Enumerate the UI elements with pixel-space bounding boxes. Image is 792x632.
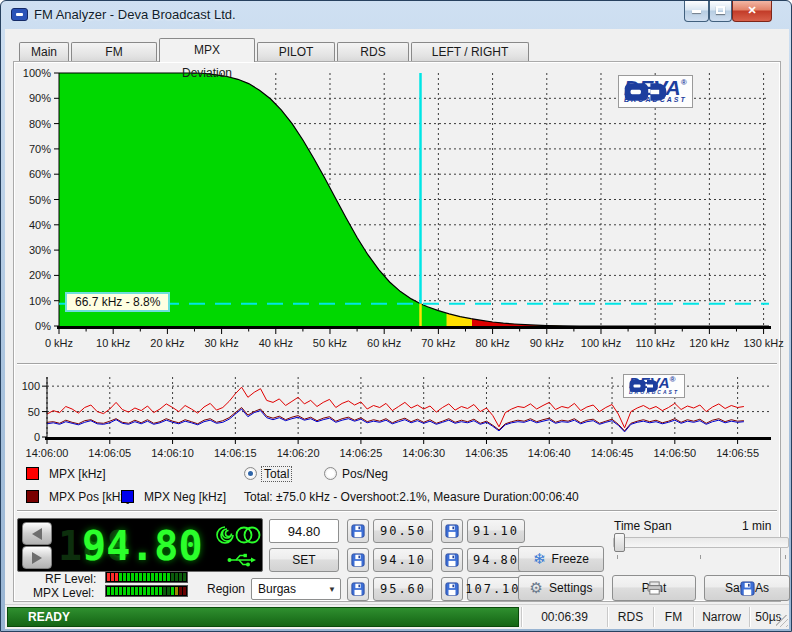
radio-total[interactable] <box>244 467 257 480</box>
tab-main[interactable]: Main <box>19 42 69 62</box>
x-tick-label: 70 kHz <box>421 337 455 349</box>
time-span-slider-thumb[interactable] <box>614 533 625 552</box>
meter-segment <box>151 573 154 581</box>
save-as-button[interactable]: Save As <box>704 575 790 601</box>
tab-mpx-deviation[interactable]: MPX Deviation <box>159 38 255 62</box>
gear-icon: ⚙ <box>530 579 543 597</box>
resize-grip[interactable] <box>776 615 788 627</box>
meter-segment <box>183 587 186 595</box>
save-preset-button[interactable] <box>347 548 369 572</box>
preset-button-6[interactable]: 107.10▼ <box>467 577 525 601</box>
meter-segment <box>155 587 158 595</box>
deva-logo: DEVA® BROADCAST <box>618 75 693 108</box>
preset-button-4[interactable]: 94.80 <box>467 548 525 572</box>
meter-segment <box>171 587 174 595</box>
status-fm: FM <box>653 607 693 627</box>
meter-segment <box>107 573 110 581</box>
tab-pilot-level[interactable]: PILOT Level <box>257 42 335 62</box>
save-preset-button[interactable] <box>347 519 369 543</box>
x-tick-label: 110 kHz <box>635 337 675 349</box>
maximize-button[interactable] <box>709 1 732 22</box>
chevron-down-icon: ▼ <box>324 585 340 594</box>
meter-segment <box>163 573 166 581</box>
meter-segment <box>139 573 142 581</box>
print-button[interactable]: Print <box>612 575 696 601</box>
preset-button-1[interactable]: 90.50 <box>373 519 433 543</box>
meter-segment <box>123 587 126 595</box>
y-tick-label: 80% <box>29 118 51 130</box>
printer-icon <box>647 581 662 595</box>
save-preset-button[interactable] <box>441 577 463 601</box>
meter-segment <box>155 573 158 581</box>
meter-segment <box>131 587 134 595</box>
x-tick-label: 14:06:20 <box>277 447 320 459</box>
meter-segment <box>139 587 142 595</box>
x-tick-label: 20 kHz <box>150 337 184 349</box>
tab-fm-spectrum[interactable]: FM Spectrum <box>71 42 157 62</box>
x-tick-label: 14:06:25 <box>339 447 382 459</box>
meter-segment <box>179 587 182 595</box>
x-tick-label: 120 kHz <box>689 337 729 349</box>
y-tick-label: 100% <box>23 67 51 79</box>
x-tick-label: 130 kHz <box>743 337 783 349</box>
y-tick-label: 40% <box>29 219 51 231</box>
title-bar[interactable]: FM Analyzer - Deva Broadcast Ltd. ✕ <box>1 1 792 29</box>
y-tick-label: 50% <box>29 194 51 206</box>
floppy-disk-icon <box>445 582 459 596</box>
y-tick-label: 60% <box>29 168 51 180</box>
preset-button-2[interactable]: 91.10 <box>467 519 525 543</box>
time-span-slider[interactable] <box>613 537 789 548</box>
snowflake-icon: ❄ <box>533 550 546 568</box>
status-rds: RDS <box>607 607 653 627</box>
floppy-disk-icon <box>351 553 365 567</box>
deviation-distribution-chart[interactable]: 0 kHz10 kHz20 kHz30 kHz40 kHz50 kHz60 kH… <box>21 65 777 365</box>
radio-total-label[interactable]: Total <box>262 467 291 481</box>
region-combobox[interactable]: Burgas ▼ <box>251 578 341 600</box>
save-preset-button[interactable] <box>441 548 463 572</box>
tab-left-right-level[interactable]: LEFT / RIGHT Level <box>411 42 529 62</box>
x-tick-label: 14:06:35 <box>465 447 508 459</box>
save-preset-button[interactable] <box>441 519 463 543</box>
settings-button[interactable]: ⚙ Settings <box>518 575 604 601</box>
deva-logo-small: DEVA® BROADCAST <box>623 374 685 398</box>
x-tick-label: 80 kHz <box>475 337 509 349</box>
floppy-disk-icon <box>740 581 755 596</box>
tab-rds-level[interactable]: RDS Level <box>337 42 409 62</box>
meter-segment <box>167 587 170 595</box>
fm-analyzer-window: FM Analyzer - Deva Broadcast Ltd. ✕ Main… <box>0 0 792 632</box>
meter-segment <box>175 587 178 595</box>
set-button[interactable]: SET <box>269 548 339 572</box>
tune-up-button[interactable] <box>22 546 52 569</box>
minimize-button[interactable] <box>684 1 709 22</box>
preset-button-5[interactable]: 95.60 <box>373 577 433 601</box>
spiral-icon <box>214 524 236 546</box>
status-narrow: Narrow <box>693 607 749 627</box>
radio-pos-neg[interactable] <box>324 467 337 480</box>
preset-button-3[interactable]: 94.10 <box>373 548 433 572</box>
meter-segment <box>119 587 122 595</box>
meter-segment <box>131 573 134 581</box>
y-tick-label: 100 <box>22 380 40 392</box>
x-tick-label: 10 kHz <box>96 337 130 349</box>
status-ready: READY <box>7 607 519 627</box>
meter-segment <box>151 587 154 595</box>
frequency-input[interactable]: 94.80 <box>269 519 339 543</box>
floppy-disk-icon <box>351 524 365 538</box>
meter-segment <box>175 573 178 581</box>
led-frequency-value: 94.80 <box>58 523 203 569</box>
y-tick-label: 50 <box>28 406 40 418</box>
meter-segment <box>119 573 122 581</box>
x-tick-label: 14:06:00 <box>26 447 69 459</box>
separator <box>17 510 777 512</box>
tune-down-button[interactable] <box>22 522 52 545</box>
frequency-led-display: 188.88 94.80 <box>17 518 263 572</box>
save-preset-button[interactable] <box>347 577 369 601</box>
freeze-button[interactable]: ❄ Freeze <box>518 546 604 572</box>
legend-swatch-mpx <box>26 467 39 480</box>
led-digits: 188.88 94.80 <box>58 523 214 569</box>
meter-segment <box>179 573 182 581</box>
x-tick-label: 60 kHz <box>367 337 401 349</box>
radio-pos-neg-label[interactable]: Pos/Neg <box>342 467 388 481</box>
meter-segment <box>159 573 162 581</box>
close-button[interactable]: ✕ <box>732 1 772 22</box>
